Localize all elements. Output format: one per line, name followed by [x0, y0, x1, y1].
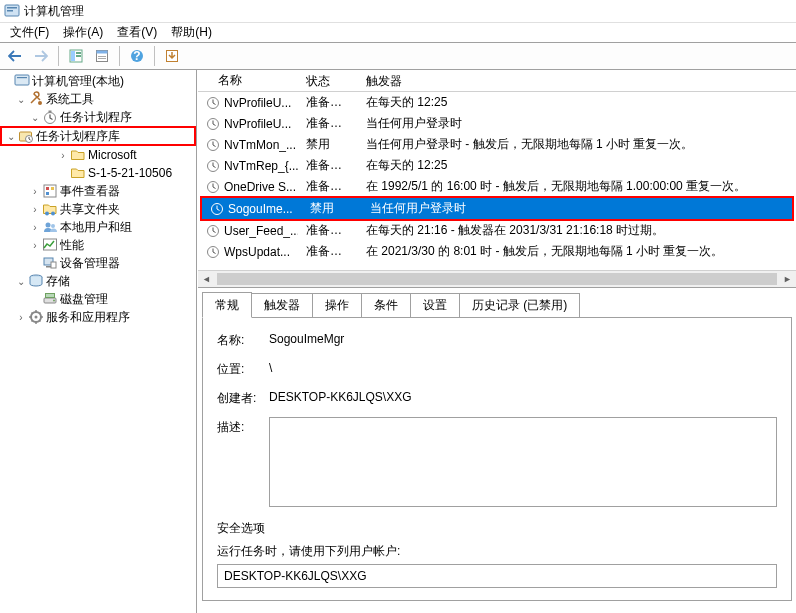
- menu-help[interactable]: 帮助(H): [165, 22, 218, 43]
- tree-shared-folders[interactable]: › 共享文件夹: [0, 200, 196, 218]
- svg-rect-5: [76, 52, 81, 54]
- horizontal-scrollbar[interactable]: ◄ ►: [198, 270, 796, 287]
- expand-icon[interactable]: ›: [28, 202, 42, 216]
- tab-actions[interactable]: 操作: [312, 293, 362, 317]
- export-button[interactable]: [161, 45, 183, 67]
- svg-rect-23: [51, 187, 54, 190]
- expand-icon[interactable]: ›: [28, 220, 42, 234]
- task-name-cell: NvTmRep_{...: [198, 159, 298, 173]
- leaf-icon: [28, 292, 42, 306]
- menu-view[interactable]: 查看(V): [111, 22, 163, 43]
- svg-rect-21: [44, 185, 56, 197]
- expand-icon[interactable]: ›: [28, 238, 42, 252]
- tree-services-apps[interactable]: › 服务和应用程序: [0, 308, 196, 326]
- toolbar-separator: [154, 46, 155, 66]
- svg-line-41: [213, 103, 216, 105]
- collapse-icon[interactable]: [0, 74, 14, 88]
- collapse-icon[interactable]: ⌄: [28, 110, 42, 124]
- tree-device-manager[interactable]: 设备管理器: [0, 254, 196, 272]
- task-name-cell: SogouIme...: [202, 202, 302, 216]
- expand-icon[interactable]: ›: [14, 310, 28, 324]
- forward-button[interactable]: [30, 45, 52, 67]
- task-trigger: 在 2021/3/30 的 8:01 时 - 触发后，无限期地每隔 1 小时 重…: [358, 243, 796, 260]
- tree-task-scheduler[interactable]: ⌄ 任务计划程序: [0, 108, 196, 126]
- device-manager-icon: [42, 255, 58, 271]
- tree-microsoft[interactable]: › Microsoft: [0, 146, 196, 164]
- collapse-icon[interactable]: ⌄: [4, 129, 18, 143]
- tab-triggers[interactable]: 触发器: [251, 293, 313, 317]
- list-header: 名称 状态 触发器: [198, 70, 796, 92]
- scroll-right-icon[interactable]: ►: [779, 271, 796, 287]
- tree-event-viewer[interactable]: › 事件查看器: [0, 182, 196, 200]
- title-bar: 计算机管理: [0, 0, 796, 22]
- scroll-thumb[interactable]: [217, 273, 777, 285]
- tree-system-tools[interactable]: ⌄ 系统工具: [0, 90, 196, 108]
- tab-settings[interactable]: 设置: [410, 293, 460, 317]
- task-name: NvTmMon_...: [224, 138, 296, 152]
- navigation-tree[interactable]: 计算机管理(本地) ⌄ 系统工具 ⌄ 任务计划程序 ⌄: [0, 70, 197, 613]
- menu-action[interactable]: 操作(A): [57, 22, 109, 43]
- svg-point-16: [38, 101, 42, 105]
- show-hide-tree-button[interactable]: [65, 45, 87, 67]
- expand-icon[interactable]: ›: [56, 148, 70, 162]
- task-trigger: 在每天的 21:16 - 触发器在 2031/3/31 21:16:18 时过期…: [358, 222, 796, 239]
- tab-history[interactable]: 历史记录 (已禁用): [459, 293, 580, 317]
- task-row[interactable]: NvTmRep_{...准备就绪在每天的 12:25: [198, 155, 796, 176]
- location-value: \: [269, 359, 777, 377]
- svg-rect-18: [49, 111, 52, 113]
- collapse-icon[interactable]: ⌄: [14, 274, 28, 288]
- scroll-left-icon[interactable]: ◄: [198, 271, 215, 287]
- task-row[interactable]: SogouIme...禁用当任何用户登录时: [202, 198, 792, 219]
- collapse-icon[interactable]: ⌄: [14, 92, 28, 106]
- svg-rect-15: [17, 77, 27, 78]
- tree-disk-management[interactable]: 磁盘管理: [0, 290, 196, 308]
- tree-task-scheduler-library[interactable]: ⌄ 任务计划程序库: [0, 126, 196, 146]
- svg-point-28: [51, 224, 55, 228]
- svg-rect-32: [51, 262, 56, 268]
- performance-icon: [42, 237, 58, 253]
- task-trigger: 当任何用户登录时: [362, 200, 792, 217]
- tab-general[interactable]: 常规: [202, 292, 252, 318]
- computer-icon: [14, 73, 30, 89]
- col-header-name[interactable]: 名称: [198, 70, 298, 91]
- task-name: OneDrive S...: [224, 180, 296, 194]
- expand-icon[interactable]: ›: [28, 184, 42, 198]
- svg-point-35: [53, 300, 55, 302]
- tab-conditions[interactable]: 条件: [361, 293, 411, 317]
- description-label: 描述:: [217, 417, 261, 436]
- toolbar: ?: [0, 42, 796, 70]
- task-row[interactable]: WpsUpdat...准备就绪在 2021/3/30 的 8:01 时 - 触发…: [198, 241, 796, 262]
- clock-icon: [206, 96, 220, 110]
- task-name: User_Feed_...: [224, 224, 298, 238]
- main-pane: 名称 状态 触发器 NvProfileU...准备就绪在每天的 12:25NvP…: [197, 70, 796, 613]
- tree-storage[interactable]: ⌄ 存储: [0, 272, 196, 290]
- svg-point-27: [46, 223, 51, 228]
- svg-rect-6: [76, 55, 81, 57]
- tree-root[interactable]: 计算机管理(本地): [0, 72, 196, 90]
- task-name: NvTmRep_{...: [224, 159, 298, 173]
- col-header-trigger[interactable]: 触发器: [358, 70, 796, 91]
- task-list-body[interactable]: NvProfileU...准备就绪在每天的 12:25NvProfileU...…: [198, 92, 796, 270]
- properties-button[interactable]: [91, 45, 113, 67]
- task-row[interactable]: User_Feed_...准备就绪在每天的 21:16 - 触发器在 2031/…: [198, 220, 796, 241]
- description-textarea[interactable]: [269, 417, 777, 507]
- task-name-cell: NvProfileU...: [198, 96, 298, 110]
- task-row[interactable]: NvProfileU...准备就绪在每天的 12:25: [198, 92, 796, 113]
- task-name-cell: User_Feed_...: [198, 224, 298, 238]
- task-name: WpsUpdat...: [224, 245, 290, 259]
- task-status: 禁用: [298, 136, 358, 153]
- storage-icon: [28, 273, 44, 289]
- menu-file[interactable]: 文件(F): [4, 22, 55, 43]
- tree-sid-folder[interactable]: S-1-5-21-10506: [0, 164, 196, 182]
- task-row[interactable]: NvProfileU...准备就绪当任何用户登录时: [198, 113, 796, 134]
- tree-performance[interactable]: › 性能: [0, 236, 196, 254]
- task-row[interactable]: OneDrive S...准备就绪在 1992/5/1 的 16:00 时 - …: [198, 176, 796, 197]
- tree-local-users[interactable]: › 本地用户和组: [0, 218, 196, 236]
- col-header-status[interactable]: 状态: [298, 70, 358, 91]
- clock-icon: [206, 224, 220, 238]
- detail-pane: 常规 触发器 操作 条件 设置 历史记录 (已禁用) 名称: SogouImeM…: [198, 288, 796, 613]
- task-row[interactable]: NvTmMon_...禁用当任何用户登录时 - 触发后，无限期地每隔 1 小时 …: [198, 134, 796, 155]
- help-button[interactable]: ?: [126, 45, 148, 67]
- back-button[interactable]: [4, 45, 26, 67]
- disk-icon: [42, 291, 58, 307]
